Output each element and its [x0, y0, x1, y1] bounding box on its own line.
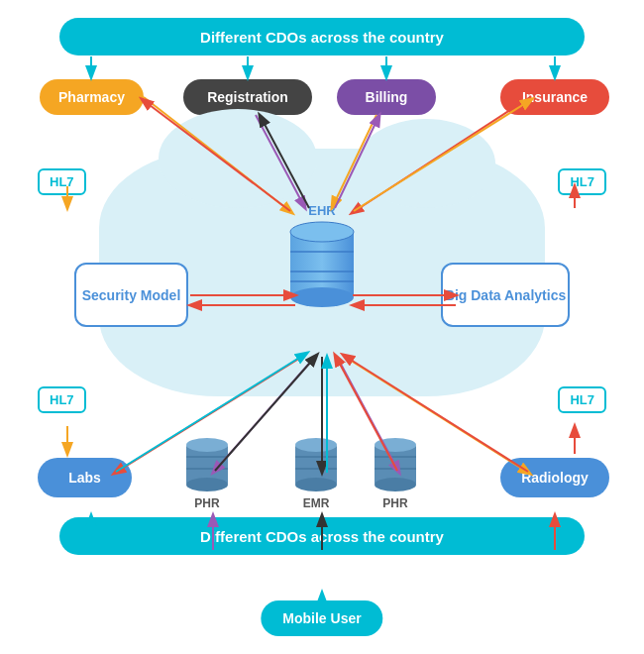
- mobile-user-node: Mobile User: [261, 600, 382, 636]
- hl7-bot-right: HL7: [558, 386, 606, 413]
- phr-right-label: PHR: [382, 496, 407, 510]
- cdo-top-bar: Different CDOs across the country: [59, 18, 585, 55]
- ehr-label: EHR: [308, 203, 335, 218]
- pharmacy-node: Pharmacy: [40, 79, 144, 115]
- phr-left-container: PHR: [183, 435, 231, 510]
- svg-point-21: [375, 478, 416, 491]
- labs-node: Labs: [38, 458, 132, 497]
- emr-label: EMR: [303, 496, 330, 510]
- hl7-top-left: HL7: [38, 168, 86, 195]
- svg-point-20: [375, 438, 416, 452]
- svg-point-15: [295, 438, 337, 452]
- phr-right-cylinder: [372, 435, 419, 492]
- ehr-cylinder: [286, 220, 358, 309]
- emr-cylinder: [292, 435, 340, 492]
- phr-right-container: PHR: [372, 435, 419, 510]
- diagram: Different CDOs across the country Pharma…: [0, 0, 644, 654]
- svg-point-16: [295, 478, 337, 491]
- svg-point-6: [290, 287, 354, 307]
- cdo-bottom-bar: Different CDOs across the country: [59, 517, 585, 555]
- big-data-box: Big Data Analytics: [441, 263, 570, 327]
- svg-point-11: [186, 478, 228, 491]
- security-model-box: Security Model: [74, 263, 188, 327]
- radiology-node: Radiology: [500, 458, 609, 497]
- phr-left-cylinder: [183, 435, 231, 492]
- phr-left-label: PHR: [194, 496, 219, 510]
- ehr-container: EHR: [282, 203, 362, 309]
- billing-node: Billing: [337, 79, 436, 115]
- svg-point-10: [186, 438, 228, 452]
- hl7-bot-left: HL7: [38, 386, 86, 413]
- emr-container: EMR: [292, 435, 340, 510]
- insurance-node: Insurance: [500, 79, 609, 115]
- hl7-top-right: HL7: [558, 168, 606, 195]
